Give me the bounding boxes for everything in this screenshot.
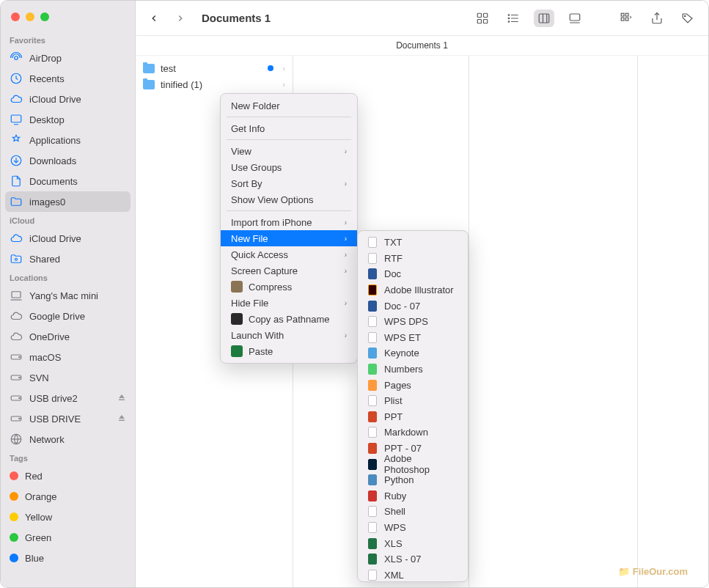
submenu-item-adobe-illustrator[interactable]: Adobe Illustrator xyxy=(358,282,468,298)
submenu-item-xml[interactable]: XML xyxy=(358,567,468,583)
file-item[interactable]: tinified (1)› xyxy=(136,76,293,92)
column-view-button[interactable] xyxy=(534,10,554,27)
toolbar: Documents 1 xyxy=(136,1,708,36)
sidebar-item-images0[interactable]: images0 xyxy=(5,191,131,212)
tag-item-yellow[interactable]: Yellow xyxy=(1,507,135,527)
chevron-right-icon: › xyxy=(282,80,285,89)
sidebar-item-downloads[interactable]: Downloads xyxy=(1,150,135,171)
menu-item-compress[interactable]: Compress xyxy=(221,279,357,295)
menu-item-screen-capture[interactable]: Screen Capture› xyxy=(221,262,357,279)
submenu-item-wps-et[interactable]: WPS ET xyxy=(358,330,468,346)
menu-item-hide-file[interactable]: Hide File› xyxy=(221,295,357,311)
tag-item-blue[interactable]: Blue xyxy=(1,548,135,568)
eject-icon[interactable] xyxy=(117,414,126,425)
sidebar-item-airdrop[interactable]: AirDrop xyxy=(1,48,135,68)
submenu-item-rtf[interactable]: RTF xyxy=(358,251,468,267)
sidebar-item-usb-drive[interactable]: USB DRIVE xyxy=(1,408,135,429)
menu-item-show-view-options[interactable]: Show View Options xyxy=(221,191,357,207)
sidebar-item-applications[interactable]: Applications xyxy=(1,130,135,150)
tag-item-orange[interactable]: Orange xyxy=(1,486,135,507)
submenu-item-xls-07[interactable]: XLS - 07 xyxy=(358,551,468,567)
sidebar-item-shared[interactable]: Shared xyxy=(1,249,135,269)
path-bar[interactable]: Documents 1 xyxy=(136,36,708,56)
sidebar-item-recents[interactable]: Recents xyxy=(1,68,135,89)
submenu-item-wps[interactable]: WPS xyxy=(358,520,468,536)
submenu-item-adobe-photoshop[interactable]: Adobe Photoshop xyxy=(358,456,468,472)
svg-point-6 xyxy=(15,258,18,260)
sidebar-item-macos[interactable]: macOS xyxy=(1,347,135,367)
share-button[interactable] xyxy=(647,10,667,27)
file-type-icon xyxy=(367,490,378,501)
chevron-right-icon: › xyxy=(345,218,347,227)
sidebar-item-label: iCloud Drive xyxy=(29,233,81,244)
menu-item-import-from-iphone[interactable]: Import from iPhone› xyxy=(221,214,357,230)
forward-button[interactable] xyxy=(172,10,188,26)
menu-item-get-info[interactable]: Get Info xyxy=(221,120,357,136)
back-button[interactable] xyxy=(146,10,162,26)
tag-item-red[interactable]: Red xyxy=(1,466,135,486)
tag-item-green[interactable]: Green xyxy=(1,527,135,548)
menu-item-view[interactable]: View› xyxy=(221,143,357,159)
menu-item-paste[interactable]: Paste xyxy=(221,343,357,359)
menu-item-new-file[interactable]: New File› xyxy=(221,230,357,246)
submenu-item-xls[interactable]: XLS xyxy=(358,535,468,551)
cloud-icon xyxy=(10,92,23,106)
context-menu: New FolderGet InfoView›Use GroupsSort By… xyxy=(220,93,358,364)
submenu-item-markdown[interactable]: Markdown xyxy=(358,425,468,441)
list-view-button[interactable] xyxy=(503,10,524,27)
menu-item-label: Screen Capture xyxy=(231,265,298,276)
close-window-button[interactable] xyxy=(11,12,20,21)
submenu-item-plist[interactable]: Plist xyxy=(358,393,468,409)
menu-item-label: Paste xyxy=(249,346,273,357)
submenu-item-shell[interactable]: Shell xyxy=(358,504,468,520)
menu-item-launch-with[interactable]: Launch With› xyxy=(221,327,357,343)
menu-item-sort-by[interactable]: Sort By› xyxy=(221,175,357,191)
svg-rect-24 xyxy=(484,19,488,23)
icon-view-button[interactable] xyxy=(472,10,493,27)
submenu-item-label: PPT - 07 xyxy=(384,443,422,454)
sidebar-item-icloud-drive[interactable]: iCloud Drive xyxy=(1,89,135,109)
submenu-item-ruby[interactable]: Ruby xyxy=(358,488,468,504)
submenu-item-label: TXT xyxy=(384,237,403,248)
sidebar-item-usb-drive2[interactable]: USB drive2 xyxy=(1,388,135,408)
sidebar-item-svn[interactable]: SVN xyxy=(1,367,135,388)
group-button[interactable] xyxy=(616,10,636,27)
sidebar-item-documents[interactable]: Documents xyxy=(1,171,135,191)
svg-rect-36 xyxy=(621,13,624,16)
submenu-item-pages[interactable]: Pages xyxy=(358,377,468,393)
cloud-icon xyxy=(10,232,23,245)
submenu-item-numbers[interactable]: Numbers xyxy=(358,361,468,378)
submenu-item-txt[interactable]: TXT xyxy=(358,235,468,251)
tag-button[interactable] xyxy=(677,10,698,27)
submenu-item-doc-07[interactable]: Doc - 07 xyxy=(358,298,468,314)
file-item[interactable]: test› xyxy=(136,60,293,76)
menu-item-new-folder[interactable]: New Folder xyxy=(221,98,357,114)
menu-item-use-groups[interactable]: Use Groups xyxy=(221,159,357,175)
submenu-item-doc[interactable]: Doc xyxy=(358,266,468,282)
sidebar-item-label: iCloud Drive xyxy=(29,94,81,105)
sidebar-item-icloud-drive[interactable]: iCloud Drive xyxy=(1,228,135,249)
submenu-item-label: Doc xyxy=(384,268,401,279)
sidebar-item-onedrive[interactable]: OneDrive xyxy=(1,326,135,347)
menu-item-quick-access[interactable]: Quick Access› xyxy=(221,246,357,262)
sidebar-item-google-drive[interactable]: Google Drive xyxy=(1,306,135,326)
sidebar-item-label: Network xyxy=(29,434,65,445)
eject-icon[interactable] xyxy=(117,393,126,404)
sidebar-item-desktop[interactable]: Desktop xyxy=(1,109,135,130)
submenu-item-ppt[interactable]: PPT xyxy=(358,409,468,425)
svg-rect-15 xyxy=(119,399,125,400)
minimize-window-button[interactable] xyxy=(26,12,34,21)
sidebar-item-yang-s-mac-mini[interactable]: Yang's Mac mini xyxy=(1,285,135,306)
submenu-item-wps-dps[interactable]: WPS DPS xyxy=(358,314,468,330)
gallery-view-button[interactable] xyxy=(565,10,585,27)
sidebar-item-label: images0 xyxy=(29,196,65,207)
file-type-icon xyxy=(367,427,378,438)
svg-rect-21 xyxy=(477,13,481,17)
sidebar-item-network[interactable]: Network xyxy=(1,429,135,449)
submenu-item-keynote[interactable]: Keynote xyxy=(358,345,468,361)
menu-item-label: Launch With xyxy=(231,330,284,341)
submenu-item-label: WPS DPS xyxy=(384,316,428,327)
submenu-item-label: WPS xyxy=(384,522,406,533)
menu-item-copy-as-pathname[interactable]: Copy as Pathname xyxy=(221,311,357,327)
maximize-window-button[interactable] xyxy=(40,12,49,21)
